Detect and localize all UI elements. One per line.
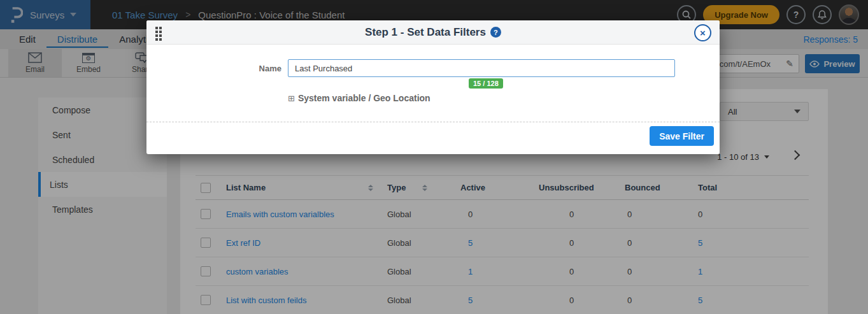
filter-name-label: Name [242,64,281,73]
modal-title: Step 1 - Set Data Filters [365,26,486,39]
drag-handle-icon[interactable] [155,27,162,41]
modal-body: Name 15 / 128 ⊞ System variable / Geo Lo… [146,45,720,154]
filter-name-input[interactable] [288,59,675,77]
char-counter-badge: 15 / 128 [469,78,503,89]
system-variable-expander[interactable]: ⊞ System variable / Geo Location [288,93,430,103]
save-filter-button[interactable]: Save Filter [650,126,714,146]
modal-header: Step 1 - Set Data Filters ? × [146,20,720,45]
expand-plus-icon: ⊞ [288,94,295,103]
close-icon[interactable]: × [694,24,711,41]
modal-footer-divider [146,122,720,122]
system-variable-label: System variable / Geo Location [298,93,430,103]
help-icon[interactable]: ? [490,27,501,38]
set-data-filters-modal: Step 1 - Set Data Filters ? × Name 15 / … [146,20,720,154]
